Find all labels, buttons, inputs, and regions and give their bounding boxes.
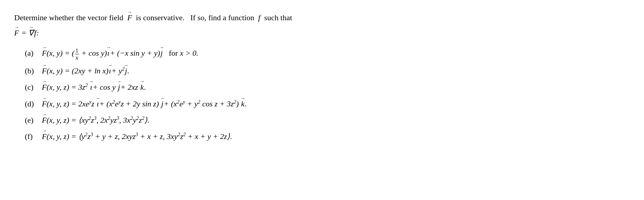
part-f: (f) → F (x, y, z) = ⟨y2z3 + y + z, 2xyz3… <box>25 129 630 143</box>
part-d-expr: → F (x, y, z) = 2xeyz → ı + (x2eyz + 2y … <box>42 96 247 110</box>
problem-statement: Determine whether the vector field → F i… <box>14 10 630 39</box>
part-c: (c) → F (x, y, z) = 3z2 → ı + cos y → j … <box>25 79 630 94</box>
part-b-label: (b) <box>25 65 42 77</box>
part-c-label: (c) <box>25 81 42 94</box>
main-content: Determine whether the vector field → F i… <box>14 10 630 143</box>
part-b: (b) → F (x, y) = (2xy + ln x) → ı + y2 →… <box>25 63 630 77</box>
function-f: f <box>258 13 260 22</box>
part-b-expr: → F (x, y) = (2xy + ln x) → ı + y2 → j . <box>42 63 129 77</box>
part-a-expr: → F (x, y) = (1x + cos y) → ı + (−x sin … <box>42 45 198 61</box>
such-that-text: such that <box>262 13 292 22</box>
part-f-expr: → F (x, y, z) = ⟨y2z3 + y + z, 2xyz3 + x… <box>42 129 232 143</box>
intro-text: Determine whether the vector field <box>14 13 125 22</box>
part-d: (d) → F (x, y, z) = 2xeyz → ı + (x2eyz +… <box>25 96 630 110</box>
part-c-expr: → F (x, y, z) = 3z2 → ı + cos y → j + 2x… <box>42 79 146 94</box>
main-equation: → F = → ∇ f: <box>14 25 39 39</box>
part-f-label: (f) <box>25 130 42 143</box>
vector-F: → F <box>127 10 132 24</box>
part-d-label: (d) <box>25 98 42 110</box>
part-e: (e) → F (x, y, z) = ⟨xy2z3, 2x2yz3, 3x2y… <box>25 112 630 127</box>
parts-list: (a) → F (x, y) = (1x + cos y) → ı + (−x … <box>25 45 630 143</box>
if-text: If so, find a function <box>190 13 256 22</box>
part-e-label: (e) <box>25 114 42 127</box>
part-e-expr: → F (x, y, z) = ⟨xy2z3, 2x2yz3, 3x2y2z2⟩… <box>42 112 150 127</box>
part-a-label: (a) <box>25 47 42 60</box>
part-a: (a) → F (x, y) = (1x + cos y) → ı + (−x … <box>25 45 630 61</box>
condition-text: is conservative. <box>134 13 188 22</box>
